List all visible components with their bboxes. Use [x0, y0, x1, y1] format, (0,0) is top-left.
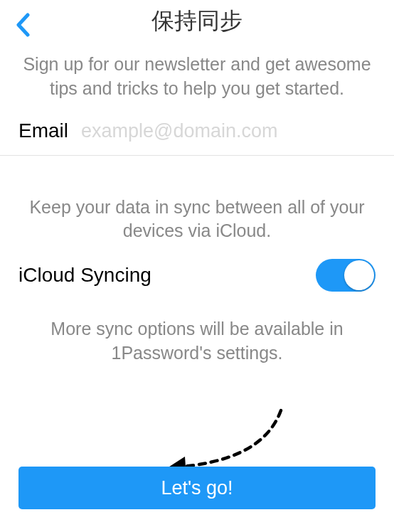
- email-row: Email: [0, 115, 394, 156]
- email-label: Email: [18, 119, 68, 142]
- email-input[interactable]: [81, 120, 376, 142]
- icloud-sync-label: iCloud Syncing: [18, 264, 151, 287]
- more-sync-text: More sync options will be available in 1…: [0, 292, 394, 366]
- lets-go-button[interactable]: Let's go!: [18, 467, 376, 509]
- toggle-knob: [344, 260, 374, 290]
- sync-description: Keep your data in sync between all of yo…: [0, 156, 394, 260]
- icloud-sync-row: iCloud Syncing: [0, 259, 394, 292]
- page-title: 保持同步: [0, 6, 394, 37]
- header: 保持同步: [0, 0, 394, 43]
- icloud-sync-toggle[interactable]: [316, 259, 376, 292]
- newsletter-subtitle: Sign up for our newsletter and get aweso…: [0, 43, 394, 115]
